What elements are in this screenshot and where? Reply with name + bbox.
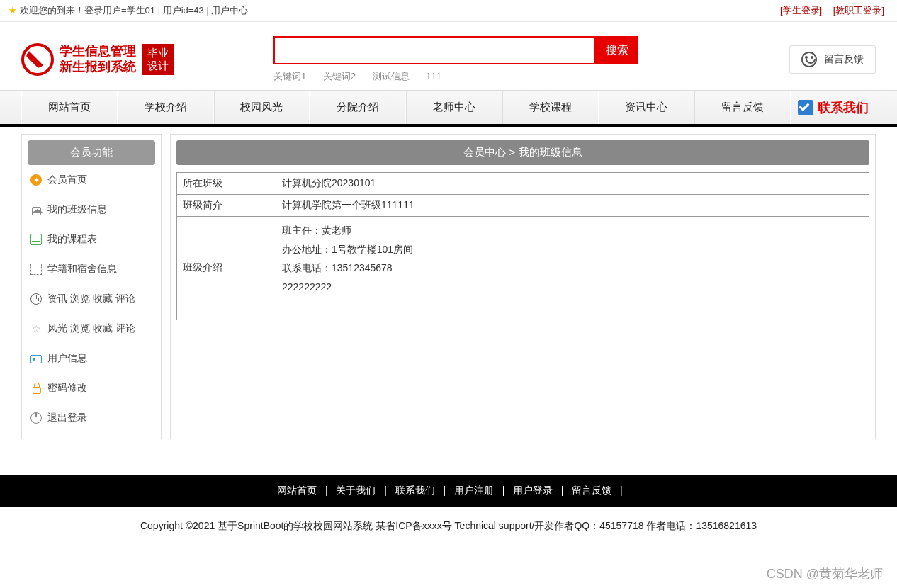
table-row: 所在班级计算机分院20230101	[177, 173, 869, 195]
nav-campus-scenery[interactable]: 校园风光	[214, 91, 310, 124]
nav-branch-intro[interactable]: 分院介绍	[310, 91, 406, 124]
sidebar-item-scenery[interactable]: ☆风光 浏览 收藏 评论	[28, 314, 155, 344]
copyright: Copyright ©2021 基于SprintBoot的学校校园网站系统 某省…	[0, 507, 897, 575]
nav-contact-us[interactable]: 联系我们	[791, 91, 876, 124]
keyword-link[interactable]: 测试信息	[373, 71, 410, 81]
home-icon: ✦	[30, 174, 42, 186]
header: 学生信息管理新生报到系统 毕业设计 搜索 关键词1 关键词2 测试信息 111 …	[0, 22, 897, 90]
cell-label: 班级介绍	[177, 217, 276, 320]
star-outline-icon: ☆	[30, 323, 42, 334]
search-button[interactable]: 搜索	[596, 36, 638, 64]
cell-label: 所在班级	[177, 173, 276, 195]
student-login-link[interactable]: [学生登录]	[780, 5, 822, 16]
footer-link-login[interactable]: 用户登录	[513, 485, 553, 496]
footer-link-about[interactable]: 关于我们	[336, 485, 376, 496]
sidebar-item-news[interactable]: 资讯 浏览 收藏 评论	[28, 284, 155, 314]
search-input[interactable]	[273, 36, 596, 64]
sidebar-item-dorm[interactable]: 学籍和宿舍信息	[28, 254, 155, 284]
content-panel: 会员中心 > 我的班级信息 所在班级计算机分院20230101 班级简介计算机学…	[170, 134, 876, 439]
sidebar-item-logout[interactable]: 退出登录	[28, 403, 155, 433]
keyword-link[interactable]: 111	[426, 71, 441, 81]
keywords: 关键词1 关键词2 测试信息 111	[273, 70, 638, 83]
nav-teacher-center[interactable]: 老师中心	[406, 91, 502, 124]
nav-feedback[interactable]: 留言反馈	[694, 91, 791, 124]
footer-link-home[interactable]: 网站首页	[277, 485, 317, 496]
table-row: 班级简介计算机学院第一个班级111111	[177, 195, 869, 217]
footer-link-contact[interactable]: 联系我们	[395, 485, 435, 496]
watermark: CSDN @黄菊华老师	[767, 565, 883, 575]
house-icon	[30, 204, 42, 215]
cell-label: 班级简介	[177, 195, 276, 217]
logo-text: 学生信息管理新生报到系统	[60, 44, 136, 74]
table-row: 班级介绍 班主任：黄老师 办公地址：1号教学楼101房间 联系电话：135123…	[177, 217, 869, 320]
footer-link-feedback[interactable]: 留言反馈	[572, 485, 611, 496]
sidebar-title: 会员功能	[28, 140, 155, 165]
class-info-table: 所在班级计算机分院20230101 班级简介计算机学院第一个班级111111 班…	[176, 172, 869, 320]
keyword-link[interactable]: 关键词1	[273, 71, 306, 81]
sidebar-item-class-info[interactable]: 我的班级信息	[28, 195, 155, 225]
cell-value: 计算机分院20230101	[276, 173, 869, 195]
lock-icon	[30, 383, 42, 394]
sidebar-item-password[interactable]: 密码修改	[28, 373, 155, 403]
power-icon	[30, 412, 42, 424]
nav-courses[interactable]: 学校课程	[502, 91, 599, 124]
top-bar: ★欢迎您的到来！登录用户=学生01 | 用户id=43 | 用户中心 [学生登录…	[0, 0, 897, 22]
logo-icon	[21, 43, 54, 76]
check-icon	[798, 100, 813, 115]
feedback-button[interactable]: 留言反馈	[789, 45, 876, 74]
footer-nav: 网站首页 | 关于我们 | 联系我们 | 用户注册 | 用户登录 | 留言反馈 …	[0, 475, 897, 507]
support-icon	[801, 52, 817, 67]
keyword-link[interactable]: 关键词2	[323, 71, 356, 81]
cell-value: 班主任：黄老师 办公地址：1号教学楼101房间 联系电话：13512345678…	[276, 217, 869, 320]
main-content: 会员功能 ✦会员首页 我的班级信息 我的课程表 学籍和宿舍信息 资讯 浏览 收藏…	[0, 127, 897, 453]
nav-news-center[interactable]: 资讯中心	[599, 91, 695, 124]
search-area: 搜索 关键词1 关键词2 测试信息 111	[273, 36, 638, 83]
clock-icon	[30, 293, 42, 305]
logo-badge: 毕业设计	[142, 44, 174, 75]
sidebar-item-user-info[interactable]: 用户信息	[28, 344, 155, 373]
star-icon: ★	[9, 5, 17, 16]
breadcrumb: 会员中心 > 我的班级信息	[176, 140, 869, 165]
sidebar-item-schedule[interactable]: 我的课程表	[28, 225, 155, 254]
calendar-icon	[30, 234, 42, 245]
sidebar-item-home[interactable]: ✦会员首页	[28, 165, 155, 195]
main-nav: 网站首页 学校介绍 校园风光 分院介绍 老师中心 学校课程 资讯中心 留言反馈 …	[0, 90, 897, 127]
idcard-icon	[30, 353, 42, 364]
cell-value: 计算机学院第一个班级111111	[276, 195, 869, 217]
staff-login-link[interactable]: [教职工登录]	[833, 5, 884, 16]
nav-home[interactable]: 网站首页	[21, 91, 118, 124]
top-right-links: [学生登录] [教职工登录]	[776, 4, 888, 17]
nav-school-intro[interactable]: 学校介绍	[118, 91, 214, 124]
footer-link-register[interactable]: 用户注册	[454, 485, 494, 496]
welcome-text: ★欢迎您的到来！登录用户=学生01 | 用户id=43 | 用户中心	[9, 4, 248, 17]
grid-icon	[30, 264, 42, 275]
sidebar: 会员功能 ✦会员首页 我的班级信息 我的课程表 学籍和宿舍信息 资讯 浏览 收藏…	[21, 134, 162, 439]
logo[interactable]: 学生信息管理新生报到系统 毕业设计	[21, 43, 174, 76]
